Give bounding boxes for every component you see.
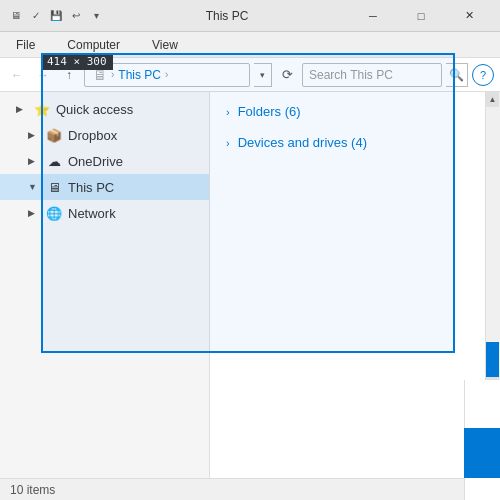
search-placeholder: Search This PC (309, 68, 393, 82)
undo-icon[interactable]: ↩ (68, 8, 84, 24)
item-count: 10 items (10, 483, 55, 497)
size-badge: 414 × 300 (41, 53, 113, 70)
sidebar-item-thispc[interactable]: ▼ 🖥 This PC (0, 174, 209, 200)
folders-header[interactable]: › Folders (6) (226, 104, 484, 119)
expand-arrow-onedrive: ▶ (28, 156, 40, 166)
window-controls: ─ □ ✕ (350, 0, 492, 32)
onedrive-icon: ☁ (46, 153, 62, 169)
expand-arrow-dropbox: ▶ (28, 130, 40, 140)
path-chevron-2: › (165, 69, 168, 80)
folders-section: › Folders (6) (226, 104, 484, 119)
ribbon-tab-file[interactable]: File (8, 34, 43, 56)
file-area: › Folders (6) › Devices and drives (4) (210, 92, 500, 478)
main-content: ▶ ⭐ Quick access ▶ 📦 Dropbox ▶ ☁ OneDriv… (0, 92, 500, 478)
status-bar: 10 items (0, 478, 500, 500)
sidebar-label-network: Network (68, 206, 116, 221)
expand-arrow-quick-access: ▶ (16, 104, 28, 114)
dropdown-icon[interactable]: ▾ (88, 8, 104, 24)
expand-arrow-network: ▶ (28, 208, 40, 218)
window-title: This PC (104, 9, 350, 23)
sidebar: ▶ ⭐ Quick access ▶ 📦 Dropbox ▶ ☁ OneDriv… (0, 92, 210, 478)
sidebar-label-thispc: This PC (68, 180, 114, 195)
sidebar-item-onedrive[interactable]: ▶ ☁ OneDrive (0, 148, 209, 174)
title-bar: 🖥 ✓ 💾 ↩ ▾ This PC ─ □ ✕ (0, 0, 500, 32)
back-button[interactable]: ← (6, 64, 28, 86)
scrollbar-up-button[interactable]: ▲ (486, 92, 499, 107)
dropbox-icon: 📦 (46, 127, 62, 143)
path-chevron-1: › (111, 69, 114, 80)
sidebar-label-quick-access: Quick access (56, 102, 133, 117)
thispc-icon: 🖥 (46, 179, 62, 195)
quick-access-icon: ⭐ (34, 101, 50, 117)
address-dropdown-button[interactable]: ▾ (254, 63, 272, 87)
sidebar-label-onedrive: OneDrive (68, 154, 123, 169)
maximize-button[interactable]: □ (398, 0, 444, 32)
folders-title: Folders (6) (238, 104, 301, 119)
title-bar-icons: 🖥 ✓ 💾 ↩ ▾ (8, 8, 104, 24)
expand-arrow-thispc: ▼ (28, 182, 40, 192)
save-icon[interactable]: 💾 (48, 8, 64, 24)
app-icon: 🖥 (8, 8, 24, 24)
minimize-button[interactable]: ─ (350, 0, 396, 32)
sidebar-item-dropbox[interactable]: ▶ 📦 Dropbox (0, 122, 209, 148)
info-panel-highlight (464, 428, 500, 478)
folders-chevron: › (226, 106, 230, 118)
sidebar-item-quick-access[interactable]: ▶ ⭐ Quick access (0, 96, 209, 122)
drives-header[interactable]: › Devices and drives (4) (226, 135, 484, 150)
scrollbar-thumb[interactable] (486, 342, 499, 382)
search-box[interactable]: Search This PC (302, 63, 442, 87)
drives-chevron: › (226, 137, 230, 149)
sidebar-item-network[interactable]: ▶ 🌐 Network (0, 200, 209, 226)
drives-title: Devices and drives (4) (238, 135, 367, 150)
sidebar-label-dropbox: Dropbox (68, 128, 117, 143)
ribbon-tab-view[interactable]: View (144, 34, 186, 56)
quick-access-icon[interactable]: ✓ (28, 8, 44, 24)
info-panel (464, 380, 500, 500)
search-button[interactable]: 🔍 (446, 63, 468, 87)
network-icon: 🌐 (46, 205, 62, 221)
drives-section: › Devices and drives (4) (226, 135, 484, 150)
help-button[interactable]: ? (472, 64, 494, 86)
scrollbar-track[interactable]: ▲ ▼ (485, 92, 500, 392)
close-button[interactable]: ✕ (446, 0, 492, 32)
refresh-button[interactable]: ⟳ (276, 64, 298, 86)
path-thispc: This PC (118, 68, 161, 82)
